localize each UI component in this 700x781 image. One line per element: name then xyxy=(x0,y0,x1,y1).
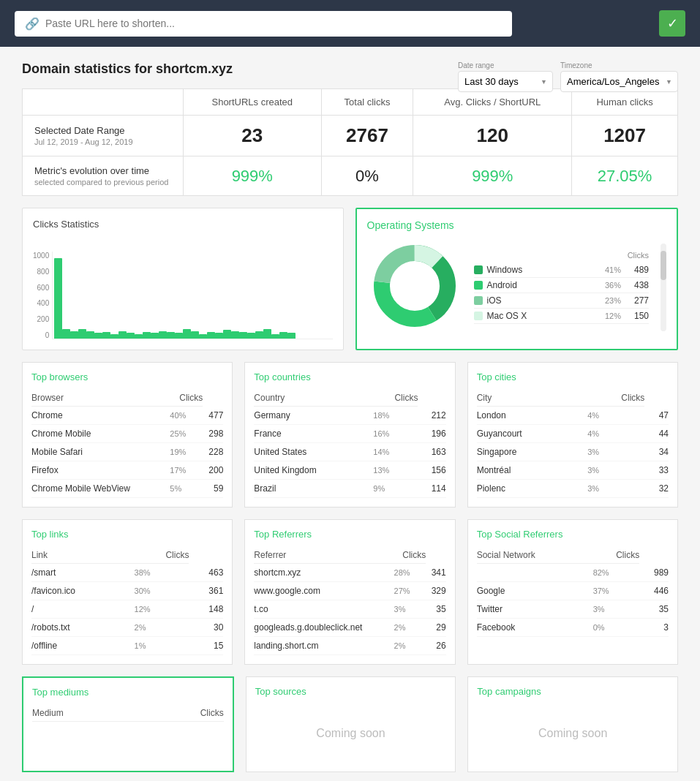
row-pct: 0% xyxy=(593,618,640,636)
bar xyxy=(118,331,127,339)
table-row: Chrome Mobile 25% 298 xyxy=(31,425,223,443)
row-pct: 82% xyxy=(593,564,640,582)
table-row: Twitter 3% 35 xyxy=(477,600,669,618)
top-campaigns-coming-soon: Coming soon xyxy=(477,704,669,763)
legend-scrollbar[interactable] xyxy=(661,244,666,331)
legend-pct: 36% xyxy=(605,281,621,290)
table-row: Germany 18% 212 xyxy=(254,407,445,425)
legend-val: 150 xyxy=(627,311,649,321)
row-pct: 2% xyxy=(135,619,189,637)
timezone-select[interactable]: America/Los_Angeles xyxy=(560,71,678,92)
row-name: / xyxy=(31,600,135,619)
table-row: Montréal 3% 33 xyxy=(477,461,669,480)
shorten-button[interactable]: ✓ xyxy=(659,10,685,37)
legend-clicks-header: Clicks xyxy=(474,251,650,260)
row-pct: 2% xyxy=(394,619,426,637)
row-name: /favicon.ico xyxy=(31,582,135,600)
row-name: /smart xyxy=(31,564,135,582)
row-clicks: 15 xyxy=(189,637,223,655)
legend-pct: 23% xyxy=(605,296,621,305)
bar xyxy=(135,334,143,339)
bar xyxy=(199,334,207,339)
bar xyxy=(279,332,287,339)
evo-total-clicks: 0% xyxy=(355,167,379,185)
table-row: Firefox 17% 200 xyxy=(31,461,223,480)
val-total-clicks: 2767 xyxy=(346,124,388,146)
row-name: Germany xyxy=(254,407,373,425)
bar xyxy=(271,334,279,339)
row-clicks: 32 xyxy=(644,480,669,498)
top-countries-title: Top countries xyxy=(254,371,445,382)
row-clicks: 35 xyxy=(426,600,445,619)
row-name: London xyxy=(477,407,588,425)
row-clicks: 29 xyxy=(426,619,445,637)
row-clicks: 196 xyxy=(418,425,445,443)
top-campaigns-title: Top campaigns xyxy=(477,686,669,697)
table-row: /smart 38% 463 xyxy=(31,564,223,582)
row-name: Brazil xyxy=(254,480,373,498)
row-pct: 28% xyxy=(394,564,426,582)
top-social-card: Top Social Referrers Social Network Clic… xyxy=(467,519,678,665)
top-countries-table: Country Clicks Germany 18% 212 France 16… xyxy=(254,390,445,498)
row-clicks: 200 xyxy=(203,461,223,480)
row-name: shortcm.xyz xyxy=(254,564,394,582)
top-referrers-table: Referrer Clicks shortcm.xyz 28% 341 www.… xyxy=(254,547,445,655)
row-name: Montréal xyxy=(477,461,588,480)
stats-table: ShortURLs created Total clicks Avg. Clic… xyxy=(22,88,678,196)
url-input[interactable] xyxy=(45,18,502,29)
legend-val: 438 xyxy=(627,280,649,290)
bar xyxy=(167,332,175,339)
row-clicks: 3 xyxy=(639,618,669,636)
table-row: Guyancourt 4% 44 xyxy=(477,425,669,443)
row-sublabel-date: Jul 12, 2019 - Aug 12, 2019 xyxy=(34,137,171,146)
timezone-filter[interactable]: Timezone America/Los_Angeles xyxy=(560,61,678,92)
svg-point-4 xyxy=(391,262,439,310)
table-row: / 12% 148 xyxy=(31,600,223,619)
date-range-filter[interactable]: Date range Last 30 days xyxy=(458,61,553,92)
row-name: Mobile Safari xyxy=(31,443,170,461)
row-name: www.google.com xyxy=(254,582,394,600)
row-clicks: 341 xyxy=(426,564,445,582)
bar xyxy=(110,334,118,339)
date-range-select[interactable]: Last 30 days xyxy=(458,71,553,92)
row-pct: 5% xyxy=(170,480,203,498)
header-area: Domain statistics for shortcm.xyz Date r… xyxy=(22,61,678,77)
row-pct: 19% xyxy=(170,443,203,461)
bar xyxy=(207,332,215,339)
row-name: Piolenc xyxy=(477,480,588,498)
row-clicks: 163 xyxy=(418,443,445,461)
row-pct: 13% xyxy=(373,461,418,480)
table-row: /offline 1% 15 xyxy=(31,637,223,655)
row-name: /offline xyxy=(31,637,135,655)
row-pct: 37% xyxy=(593,581,640,600)
row-name: landing.short.cm xyxy=(254,637,394,655)
legend-val: 489 xyxy=(627,265,649,275)
os-chart-title: Operating Systems xyxy=(367,219,667,231)
bar xyxy=(94,333,102,339)
bar xyxy=(263,329,271,339)
bar xyxy=(102,332,110,339)
row-name: Chrome Mobile WebView xyxy=(31,480,170,498)
row-pct: 30% xyxy=(135,582,189,600)
bar xyxy=(223,330,231,339)
legend-pct: 41% xyxy=(605,265,621,274)
stats-row-date: Selected Date Range Jul 12, 2019 - Aug 1… xyxy=(23,116,678,156)
top-cities-card: Top cities City Clicks London 4% 47 Guya… xyxy=(467,362,678,508)
table-row: 82% 989 xyxy=(477,564,669,582)
filters: Date range Last 30 days Timezone America… xyxy=(458,61,678,92)
url-input-wrap[interactable]: 🔗 xyxy=(15,11,512,37)
row-pct: 3% xyxy=(587,461,644,480)
table-row: London 4% 47 xyxy=(477,407,669,425)
legend-color-swatch xyxy=(474,296,483,305)
row-clicks: 361 xyxy=(189,582,223,600)
stats-row-evolution: Metric's evolution over time selected co… xyxy=(23,156,678,196)
date-range-label: Date range xyxy=(458,61,553,69)
bar xyxy=(54,258,62,339)
row-clicks: 228 xyxy=(203,443,223,461)
table-row: shortcm.xyz 28% 341 xyxy=(254,564,445,582)
row-clicks: 59 xyxy=(203,480,223,498)
table-row: /robots.txt 2% 30 xyxy=(31,619,223,637)
row-name: United Kingdom xyxy=(254,461,373,480)
table-row: United States 14% 163 xyxy=(254,443,445,461)
table-row: Mobile Safari 19% 228 xyxy=(31,443,223,461)
